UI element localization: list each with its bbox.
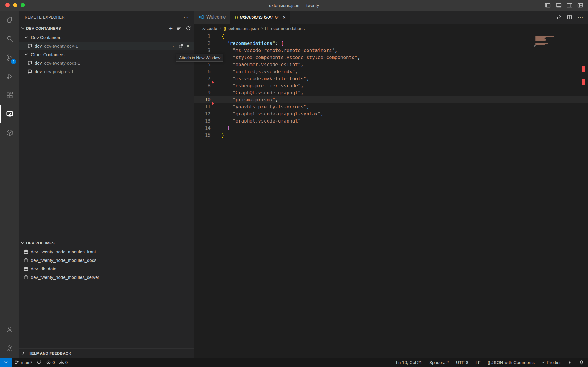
code-line[interactable]: 2 "recommendations": [	[194, 40, 588, 47]
code-line[interactable]: 10 "prisma.prisma",	[194, 96, 588, 103]
notifications-bell-icon[interactable]	[579, 360, 584, 365]
filter-icon[interactable]	[177, 26, 182, 31]
code-line[interactable]: 7 "ms-vscode.makefile-tools",	[194, 75, 588, 82]
close-window-button[interactable]	[5, 3, 10, 7]
line-number: 10	[194, 96, 211, 103]
breadcrumb-separator: ›	[261, 26, 263, 31]
code-line[interactable]: 8 "esbenp.prettier-vscode",	[194, 82, 588, 89]
git-branch-item[interactable]: main*	[15, 360, 32, 365]
git-deleted-marker[interactable]	[212, 81, 214, 84]
overview-ruler-mark[interactable]	[582, 79, 585, 85]
minimap-line	[535, 39, 547, 40]
volume-icon	[24, 249, 29, 254]
refresh-icon[interactable]	[186, 26, 191, 31]
breadcrumb-file[interactable]: extensions.json	[228, 26, 259, 31]
group-label: Other Containers	[31, 52, 64, 57]
dev-containers-section-header[interactable]: DEV CONTAINERS +	[19, 24, 194, 33]
explorer-tab[interactable]	[0, 11, 19, 29]
code-line[interactable]: 9 "GraphQL.vscode-graphql",	[194, 89, 588, 96]
line-number: 13	[194, 118, 211, 125]
tree-group[interactable]: Dev Containers	[19, 33, 194, 42]
code-line[interactable]: 6 "unifiedjs.vscode-mdx",	[194, 68, 588, 75]
containers-tab[interactable]	[0, 123, 19, 142]
zoom-window-button[interactable]	[21, 3, 25, 7]
customize-layout-icon[interactable]	[577, 2, 583, 8]
titlebar-actions	[545, 0, 583, 11]
toggle-primary-sidebar-icon[interactable]	[545, 2, 551, 8]
code-line[interactable]: 11 "yoavbls.pretty-ts-errors",	[194, 103, 588, 110]
run-debug-tab[interactable]	[0, 67, 19, 86]
volume-item[interactable]: dev_twenty_node_modules_docs	[19, 256, 194, 264]
container-item[interactable]: devdev-twenty-docs-1	[19, 59, 194, 67]
container-item[interactable]: devdev-twenty-dev-1→×	[19, 42, 194, 50]
tree-group[interactable]: Other Containers	[19, 50, 194, 59]
extensions-tab[interactable]	[0, 86, 19, 105]
code-line[interactable]: 12 "graphql.vscode-graphql-syntax",	[194, 110, 588, 118]
source-control-tab[interactable]: 1	[0, 48, 19, 67]
chevron-down-icon	[24, 52, 29, 57]
code-line[interactable]: 14 ]	[194, 125, 588, 132]
volume-name: dev_twenty_node_modules_front	[31, 249, 96, 254]
code-line[interactable]: 1{	[194, 33, 588, 40]
code-editor[interactable]: 1{2 "recommendations": [3 "ms-vscode-rem…	[194, 33, 588, 358]
section-label: HELP AND FEEDBACK	[29, 351, 71, 356]
minimap[interactable]	[534, 34, 557, 47]
line-number: 6	[194, 68, 211, 75]
check-icon: ✓	[542, 360, 545, 365]
settings-button[interactable]	[0, 339, 19, 358]
more-actions-icon[interactable]: ⋯	[577, 14, 583, 20]
attach-container-icon[interactable]: →	[170, 44, 175, 48]
search-tab[interactable]	[0, 29, 19, 48]
eol-sequence[interactable]: LF	[475, 360, 481, 365]
attach-new-window-icon[interactable]	[178, 44, 183, 48]
breadcrumb-symbol[interactable]: recommendations	[270, 26, 305, 31]
sync-icon	[37, 360, 41, 365]
code-line[interactable]: 3 "ms-vscode-remote.remote-containers",	[194, 47, 588, 54]
volume-item[interactable]: dev_twenty_node_modules_front	[19, 247, 194, 256]
dev-volumes-section-header[interactable]: DEV VOLUMES	[19, 239, 194, 247]
help-feedback-section-header[interactable]: HELP AND FEEDBACK	[19, 348, 194, 358]
remote-explorer-tab[interactable]	[0, 105, 19, 123]
minimap-line	[534, 46, 535, 47]
cursor-position[interactable]: Ln 10, Col 21	[396, 360, 422, 365]
container-item[interactable]: devdev-postgres-1	[19, 67, 194, 76]
problems-item[interactable]: 0 0	[46, 360, 68, 365]
code-line[interactable]: 5 "dbaeumer.vscode-eslint",	[194, 61, 588, 68]
overview-ruler-mark[interactable]	[582, 66, 585, 72]
toggle-panel-icon[interactable]	[556, 2, 562, 8]
status-lightning-icon[interactable]	[568, 360, 572, 364]
breadcrumb-folder[interactable]: .vscode	[202, 26, 217, 31]
code-line[interactable]: 4 "styled-components.vscode-styled-compo…	[194, 54, 588, 61]
indentation[interactable]: Spaces: 2	[429, 360, 449, 365]
remote-indicator[interactable]: ><	[0, 358, 12, 367]
tab-welcome[interactable]: Welcome	[194, 11, 230, 24]
minimap-line	[535, 43, 549, 44]
language-mode[interactable]: {} JSON with Comments	[488, 360, 535, 365]
account-icon	[6, 326, 14, 333]
tooltip-text: Attach in New Window	[179, 56, 220, 60]
volume-item[interactable]: dev_db_data	[19, 264, 194, 273]
line-number: 15	[194, 132, 211, 139]
encoding[interactable]: UTF-8	[456, 360, 469, 365]
minimap-line	[535, 40, 546, 41]
container-icon	[27, 61, 32, 66]
code-line[interactable]: 15}	[194, 132, 588, 139]
formatter-status[interactable]: ✓ Prettier	[542, 360, 561, 365]
sync-button[interactable]	[37, 360, 41, 365]
toggle-secondary-sidebar-icon[interactable]	[567, 2, 572, 8]
tab-extensions-json[interactable]: {} extensions.json M ×	[230, 11, 290, 24]
search-icon	[6, 35, 14, 43]
split-editor-icon[interactable]	[567, 14, 572, 20]
open-changes-icon[interactable]	[556, 14, 562, 20]
close-icon[interactable]: ×	[187, 44, 189, 48]
git-deleted-marker[interactable]	[212, 102, 214, 105]
add-button[interactable]: +	[169, 25, 173, 31]
volume-item[interactable]: dev_twenty_node_modules_server	[19, 273, 194, 281]
indent-guide	[227, 47, 227, 125]
close-tab-icon[interactable]: ×	[283, 14, 286, 20]
more-actions-icon[interactable]: ⋯	[183, 14, 189, 20]
accounts-button[interactable]	[0, 320, 19, 339]
tab-label: Welcome	[206, 14, 226, 20]
code-line[interactable]: 13 "graphql.vscode-graphql"	[194, 118, 588, 125]
minimize-window-button[interactable]	[13, 3, 17, 7]
